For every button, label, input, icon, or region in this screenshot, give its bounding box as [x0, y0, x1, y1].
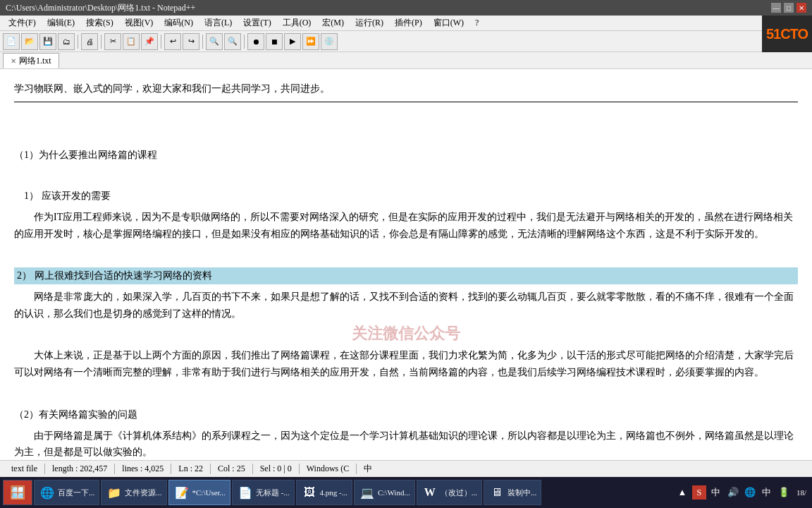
status-lines: lines : 4,025	[115, 464, 171, 474]
logo: 51CTO	[762, 16, 812, 52]
status-col: Col : 25	[211, 464, 253, 474]
save-all-button[interactable]: 🗂	[58, 33, 75, 50]
taskbar-label-7: 裝制中...	[508, 488, 536, 498]
line-intro: 学习物联网、嵌入式的同学，欢迎大家和我们一起共同学习，共同进步。	[14, 80, 798, 97]
taskbar-right: ▲ S 中 🔊 🌐 中 🔋 18/	[675, 485, 809, 500]
cut-button[interactable]: ✂	[104, 33, 121, 50]
status-filetype: text file	[4, 464, 45, 474]
status-ln: Ln : 22	[171, 464, 211, 474]
tray-battery[interactable]: 🔋	[777, 485, 791, 500]
print-button[interactable]: 🖨	[81, 33, 98, 50]
menu-settings[interactable]: 设置(T)	[238, 16, 276, 30]
new-button[interactable]: 📄	[3, 33, 20, 50]
taskbar-item-3[interactable]: 📄 无标题 -...	[232, 480, 295, 505]
clock: 18/	[794, 488, 809, 497]
subsection-1-header: 1） 应该开发的需要	[24, 188, 798, 205]
menu-macro[interactable]: 宏(M)	[316, 16, 350, 30]
undo-button[interactable]: ↩	[164, 33, 181, 50]
taskbar-label-1: 文件资源...	[125, 488, 161, 498]
taskbar-item-6[interactable]: W （改过）...	[417, 480, 482, 505]
editor-area[interactable]: 学习物联网、嵌入式的同学，欢迎大家和我们一起共同学习，共同进步。 （1）为什么要…	[0, 69, 812, 460]
summary-para: 大体上来说，正是基于以上两个方面的原因，我们推出了网络篇课程，在这部分课程里面，…	[14, 347, 798, 381]
title-bar-left: C:\Users\Administrator\Desktop\网络1.txt -…	[6, 2, 195, 14]
taskbar-icon-1: 📁	[106, 484, 123, 501]
menu-tools[interactable]: 工具(O)	[277, 16, 317, 30]
tray-ime-cn[interactable]: 中	[709, 485, 723, 500]
menu-plugins[interactable]: 插件(P)	[389, 16, 428, 30]
section-2-header: （2）有关网络篇实验的问题	[14, 406, 798, 423]
menu-search[interactable]: 搜索(S)	[80, 16, 119, 30]
open-button[interactable]: 📂	[21, 33, 38, 50]
close-button[interactable]: ✕	[796, 3, 806, 13]
taskbar-label-2: *C:\User...	[192, 488, 226, 497]
minimize-button[interactable]: —	[771, 3, 781, 13]
taskbar-label-0: 百度一下...	[58, 488, 94, 498]
menu-file[interactable]: 文件(F)	[3, 16, 42, 30]
status-ime: 中	[357, 463, 379, 475]
taskbar-item-1[interactable]: 📁 文件资源...	[101, 480, 166, 505]
divider-line	[14, 102, 798, 102]
zoom-out-button[interactable]: 🔍	[224, 33, 241, 50]
tab-file[interactable]: ✕ 网络1.txt	[3, 53, 59, 68]
taskbar-icon-6: W	[422, 484, 438, 501]
menu-bar: 文件(F) 编辑(E) 搜索(S) 视图(V) 编码(N) 语言(L) 设置(T…	[0, 16, 812, 31]
toolbar-sep-2	[101, 35, 102, 49]
toolbar-sep-1	[78, 35, 78, 49]
menu-edit[interactable]: 编辑(E)	[42, 16, 80, 30]
taskbar-item-5[interactable]: 💻 C:\Wind...	[354, 480, 415, 505]
tray-ime2[interactable]: 中	[760, 485, 774, 500]
status-bar: text file length : 202,457 lines : 4,025…	[0, 460, 812, 477]
subsection-2-header: 2） 网上很难找到合适的快速学习网络的资料	[14, 267, 798, 284]
status-length: length : 202,457	[45, 464, 115, 474]
tray-volume[interactable]: 🔊	[726, 485, 740, 500]
macro-record-button[interactable]: ⏺	[247, 33, 264, 50]
tab-close-icon[interactable]: ✕	[11, 57, 16, 65]
taskbar: 🪟 🌐 百度一下... 📁 文件资源... 📝 *C:\User... 📄 无标…	[0, 477, 812, 508]
tray-expand[interactable]: ▲	[675, 485, 689, 500]
status-encoding: Windows (C	[300, 464, 357, 474]
tab-label: 网络1.txt	[19, 55, 51, 67]
taskbar-label-4: 4.png -...	[320, 488, 347, 497]
toolbar-sep-4	[202, 35, 203, 49]
save-button[interactable]: 💾	[39, 33, 56, 50]
section-2-body: 由于网络篇是属于《计算机体系结构》的系列课程之一，因为这个定位是一个学习计算机基…	[14, 428, 798, 460]
subsection-1-body: 作为IT应用工程师来说，因为不是专职做网络的，所以不需要对网络深入的研究，但是在…	[14, 209, 798, 243]
macro-run-button[interactable]: ⏩	[302, 33, 319, 50]
tray-network[interactable]: 🌐	[743, 485, 757, 500]
taskbar-item-2[interactable]: 📝 *C:\User...	[168, 480, 230, 505]
taskbar-icon-4: 🖼	[301, 484, 318, 501]
menu-window[interactable]: 窗口(W)	[428, 16, 469, 30]
menu-language[interactable]: 语言(L)	[199, 16, 238, 30]
taskbar-label-5: C:\Wind...	[378, 488, 410, 497]
menu-encode[interactable]: 编码(N)	[159, 16, 199, 30]
macro-save-button[interactable]: 💿	[321, 33, 338, 50]
subsection-2-body: 网络是非常庞大的，如果深入学，几百页的书下不来，如果只是想了解的话，又找不到合适…	[14, 289, 798, 322]
macro-play-button[interactable]: ▶	[284, 33, 301, 50]
taskbar-icon-2: 📝	[173, 484, 190, 501]
editor-wrapper: 学习物联网、嵌入式的同学，欢迎大家和我们一起共同学习，共同进步。 （1）为什么要…	[14, 80, 798, 460]
toolbar-sep-3	[161, 35, 161, 49]
zoom-in-button[interactable]: 🔍	[206, 33, 223, 50]
taskbar-label-6: （改过）...	[441, 488, 477, 498]
macro-stop-button[interactable]: ⏹	[266, 33, 283, 50]
start-button[interactable]: 🪟	[3, 480, 32, 505]
menu-run[interactable]: 运行(R)	[350, 16, 389, 30]
taskbar-icon-0: 🌐	[39, 484, 56, 501]
redo-button[interactable]: ↪	[183, 33, 199, 50]
title-bar-controls[interactable]: — □ ✕	[771, 3, 806, 13]
menu-help[interactable]: ?	[469, 16, 484, 30]
taskbar-item-7[interactable]: 🖥 裝制中...	[484, 480, 541, 505]
taskbar-item-4[interactable]: 🖼 4.png -...	[296, 480, 352, 505]
status-sel: Sel : 0 | 0	[253, 464, 300, 474]
taskbar-item-0[interactable]: 🌐 百度一下...	[34, 480, 99, 505]
paste-button[interactable]: 📌	[141, 33, 158, 50]
toolbar: 📄 📂 💾 🗂 🖨 ✂ 📋 📌 ↩ ↪ 🔍 🔍 ⏺ ⏹ ▶ ⏩ 💿	[0, 31, 812, 52]
toolbar-sep-5	[244, 35, 245, 49]
tray-security[interactable]: S	[692, 485, 706, 500]
taskbar-icon-7: 🖥	[488, 484, 505, 501]
menu-view[interactable]: 视图(V)	[119, 16, 159, 30]
maximize-button[interactable]: □	[784, 3, 794, 13]
taskbar-icon-5: 💻	[359, 484, 376, 501]
taskbar-icon-3: 📄	[237, 484, 254, 501]
copy-button[interactable]: 📋	[123, 33, 140, 50]
